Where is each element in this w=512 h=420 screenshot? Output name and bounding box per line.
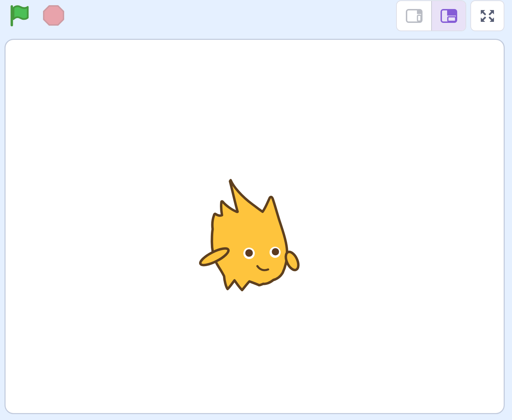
green-flag-button[interactable] [10,5,31,27]
stop-icon [43,5,64,26]
small-stage-icon [406,9,423,23]
stop-button[interactable] [43,5,64,26]
flag-banner [14,6,28,19]
gobo-body [198,180,301,290]
small-stage-button[interactable] [397,1,431,30]
stage-canvas[interactable] [5,39,505,414]
gobo-right-arm [283,250,301,272]
large-stage-inner-rect [448,17,456,21]
flag-pole [11,5,13,26]
large-stage-filled-corner [447,10,456,16]
small-stage-filled-corner [417,10,422,14]
green-flag-icon [10,5,30,27]
gobo-right-pupil [272,248,279,255]
gobo-left-pupil [245,249,253,257]
gobo-body-outline [212,180,287,290]
stage-page [0,0,512,420]
large-stage-icon [440,9,458,23]
small-stage-inner-rect [417,15,421,21]
fullscreen-arrows [481,10,494,22]
fullscreen-icon [480,9,495,23]
fullscreen-button[interactable] [470,0,504,31]
stage-size-toggle-group [396,0,466,31]
stop-octagon [44,6,63,25]
large-stage-button[interactable] [431,1,466,30]
stage-header [0,0,512,39]
gobo-sprite[interactable] [199,175,307,296]
